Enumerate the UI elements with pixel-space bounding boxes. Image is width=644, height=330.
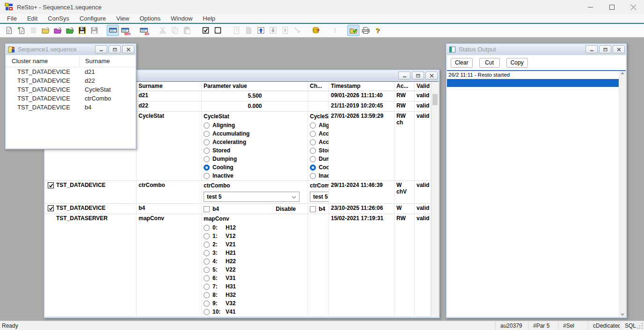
- maximize-button[interactable]: [601, 0, 622, 14]
- parameter-value-cell[interactable]: CycleStatAligningAccumulatingAcceleratin…: [202, 112, 308, 180]
- scroll-down-icon[interactable]: [621, 314, 624, 316]
- radio-icon[interactable]: [204, 122, 210, 129]
- col-parameter-value[interactable]: Parameter value: [202, 82, 308, 91]
- status-window-titlebar[interactable]: Status Output: [446, 43, 627, 55]
- changed-value-cell[interactable]: ctrCombotest 5: [308, 181, 329, 203]
- print-icon[interactable]: [359, 25, 372, 36]
- radio-icon[interactable]: [310, 156, 316, 162]
- menu-file[interactable]: File: [2, 15, 22, 22]
- radio-icon[interactable]: [204, 267, 210, 273]
- radio-option[interactable]: Cooling: [310, 163, 329, 172]
- view-all-icon[interactable]: All: [138, 25, 150, 36]
- open-magenta-folder-icon[interactable]: [51, 25, 64, 36]
- table-row[interactable]: TST_DATASERVERmapConvmapConv0:H121:V122:…: [45, 214, 431, 317]
- restore-folder-icon[interactable]: [347, 25, 359, 36]
- combo-box[interactable]: test 5: [204, 192, 300, 202]
- scroll-up-icon[interactable]: [621, 72, 624, 74]
- parameter-value-cell[interactable]: mapConv0:H121:V122:V213:H214:H225:V226:V…: [202, 214, 308, 316]
- radio-option[interactable]: 2:V21: [204, 240, 306, 249]
- cut-button[interactable]: Cut: [479, 58, 500, 68]
- radio-option[interactable]: Accumulating: [310, 129, 329, 138]
- table-row[interactable]: TST_DATADEVICEb4b4Disableb4Disable23/10-…: [45, 204, 431, 214]
- status-log-scrollbar[interactable]: [619, 71, 626, 317]
- radio-icon[interactable]: [204, 173, 210, 179]
- radio-icon[interactable]: [204, 258, 210, 265]
- list-item[interactable]: TST_DATADEVICEctrCombo: [6, 94, 135, 103]
- col-timestamp[interactable]: Timestamp: [329, 82, 395, 91]
- menu-window[interactable]: Window: [166, 15, 198, 22]
- parameter-value-cell[interactable]: ctrCombotest 5: [202, 181, 308, 203]
- uncheck-box-icon[interactable]: [212, 25, 224, 36]
- parameter-value-cell[interactable]: 0.000: [202, 101, 308, 111]
- radio-icon[interactable]: [204, 242, 210, 248]
- child-restore-button[interactable]: [109, 45, 121, 53]
- combo-box[interactable]: test 5: [310, 192, 329, 202]
- radio-option[interactable]: 4:H22: [204, 257, 306, 265]
- child-minimize-button[interactable]: [95, 45, 107, 53]
- changed-value-cell[interactable]: [308, 214, 329, 316]
- minimize-button[interactable]: [579, 0, 601, 14]
- sequence-window-titlebar[interactable]: Sequence1.sequence: [5, 43, 136, 55]
- radio-option[interactable]: 5:V22: [204, 265, 306, 274]
- radio-option[interactable]: Accelerating: [204, 138, 306, 146]
- radio-option[interactable]: Stored: [310, 146, 329, 155]
- open-green-folder-icon[interactable]: [64, 25, 76, 36]
- child-minimize-button[interactable]: [585, 45, 598, 53]
- radio-icon[interactable]: [204, 156, 210, 162]
- database-query-icon[interactable]: ?: [310, 25, 322, 36]
- radio-icon[interactable]: [204, 292, 210, 298]
- changed-value-cell[interactable]: [308, 101, 329, 111]
- radio-icon[interactable]: [204, 148, 210, 154]
- radio-option[interactable]: 0:H12: [204, 223, 306, 232]
- new-from-template-icon[interactable]: [15, 25, 27, 36]
- parameter-value-cell[interactable]: 5.500: [202, 91, 308, 101]
- radio-option[interactable]: 6:V31: [204, 274, 306, 282]
- radio-option[interactable]: Cooling: [204, 163, 306, 172]
- radio-icon[interactable]: [204, 233, 210, 239]
- log-line[interactable]: 26/2 11:11 - Resto started: [447, 71, 619, 79]
- child-restore-button[interactable]: [412, 72, 424, 79]
- open-yellow-folder-icon[interactable]: [39, 25, 51, 36]
- col-surname[interactable]: Surname: [137, 82, 202, 91]
- changed-value-cell[interactable]: [308, 91, 329, 101]
- view-parameter-icon[interactable]: [107, 25, 119, 36]
- radio-option[interactable]: Accelerating: [310, 138, 329, 146]
- checkbox-checked-icon[interactable]: [48, 182, 54, 188]
- parameter-value-cell[interactable]: b4Disable: [202, 204, 308, 214]
- col-cluster-name[interactable]: Cluster name: [6, 57, 79, 65]
- radio-icon[interactable]: [310, 131, 316, 137]
- col-ch[interactable]: Ch...: [308, 82, 329, 91]
- radio-option[interactable]: Stored: [204, 146, 306, 155]
- radio-option[interactable]: Aligning: [310, 121, 329, 129]
- radio-option[interactable]: Accumulating: [204, 129, 306, 138]
- radio-option[interactable]: 9:V32: [204, 299, 306, 308]
- menu-configure[interactable]: Configure: [74, 15, 111, 22]
- radio-icon[interactable]: [204, 165, 210, 171]
- radio-option[interactable]: Aligning: [204, 121, 306, 129]
- col-valid[interactable]: Valid: [415, 82, 431, 91]
- col-ac[interactable]: Ac...: [395, 82, 415, 91]
- checkbox-icon[interactable]: [310, 206, 316, 212]
- list-item[interactable]: TST_DATADEVICEd22: [6, 76, 135, 85]
- radio-icon[interactable]: [204, 139, 210, 145]
- list-item[interactable]: TST_DATADEVICEd21: [6, 67, 135, 76]
- radio-icon[interactable]: [204, 250, 210, 256]
- radio-icon[interactable]: [310, 139, 316, 145]
- radio-icon[interactable]: [204, 131, 210, 137]
- radio-option[interactable]: Inactive: [310, 172, 329, 180]
- menu-help[interactable]: Help: [198, 15, 220, 22]
- radio-icon[interactable]: [204, 225, 210, 231]
- upload-icon[interactable]: [255, 25, 267, 36]
- clear-button[interactable]: Clear: [451, 58, 473, 68]
- radio-option[interactable]: Dumping: [204, 155, 306, 163]
- changed-value-cell[interactable]: CycleStatAligningAccumulatingAcceleratin…: [308, 112, 329, 180]
- radio-icon[interactable]: [204, 275, 210, 281]
- list-item[interactable]: TST_DATADEVICEb4: [6, 103, 135, 112]
- radio-option[interactable]: Dumping: [310, 155, 329, 163]
- radio-option[interactable]: 7:H31: [204, 282, 306, 291]
- menu-view[interactable]: View: [111, 15, 134, 22]
- check-box-icon[interactable]: [199, 25, 212, 36]
- checkbox-checked-icon[interactable]: [48, 205, 54, 211]
- status-log-list[interactable]: 26/2 11:11 - Resto started: [447, 71, 619, 317]
- log-line-selected[interactable]: [447, 79, 619, 87]
